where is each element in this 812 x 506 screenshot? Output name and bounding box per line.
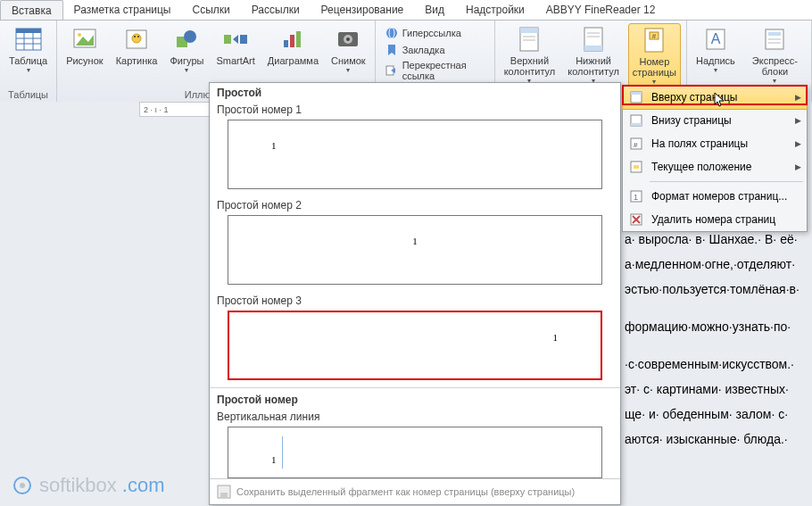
tab-mailings[interactable]: Рассылки xyxy=(241,0,311,20)
clipart-icon xyxy=(122,25,151,54)
submenu-top-of-page[interactable]: Вверху страницы ▶ xyxy=(622,85,808,110)
tab-review[interactable]: Рецензирование xyxy=(311,0,415,20)
table-icon xyxy=(14,25,43,54)
remove-pagenumbers-icon xyxy=(628,212,644,228)
chart-button[interactable]: Диаграмма xyxy=(264,23,322,88)
format-pagenumbers-icon: 1 xyxy=(628,188,644,204)
footer-icon xyxy=(579,25,608,54)
submenu-page-margins[interactable]: # На полях страницы ▶ xyxy=(623,132,807,155)
picture-icon xyxy=(70,25,99,54)
watermark: softikbox.com xyxy=(11,474,165,497)
svg-point-12 xyxy=(137,36,139,37)
pagenumber-submenu: Вверху страницы ▶ Внизу страницы ▶ # На … xyxy=(622,85,808,232)
smartart-icon xyxy=(221,25,250,54)
top-of-page-icon xyxy=(628,89,644,105)
submenu-remove-pagenumbers[interactable]: Удалить номера страниц xyxy=(623,208,807,231)
gallery-category-simple: Простой xyxy=(210,83,620,101)
submenu-format-pagenumbers[interactable]: 1 Формат номеров страниц... xyxy=(623,185,807,208)
pagenumber-icon: # xyxy=(640,26,668,54)
bookmark-icon xyxy=(385,43,399,57)
svg-rect-53 xyxy=(634,165,639,169)
gallery-option-3[interactable]: 1 xyxy=(228,311,602,380)
gallery-option-4[interactable]: 1 xyxy=(228,427,602,478)
svg-rect-47 xyxy=(631,92,642,95)
svg-rect-15 xyxy=(224,35,231,44)
svg-rect-49 xyxy=(631,123,642,126)
group-tables-label: Таблицы xyxy=(5,88,51,102)
svg-point-11 xyxy=(134,36,136,37)
gallery-option-2-label: Простой номер 2 xyxy=(210,196,620,213)
current-position-icon xyxy=(628,159,644,175)
svg-point-60 xyxy=(20,483,25,488)
svg-point-24 xyxy=(386,28,397,38)
svg-text:A: A xyxy=(711,31,721,46)
submenu-arrow-icon: ▶ xyxy=(795,93,801,102)
svg-text:#: # xyxy=(652,32,657,40)
crossref-icon xyxy=(385,63,399,78)
svg-rect-32 xyxy=(584,46,602,51)
watermark-logo-icon xyxy=(11,474,34,497)
textbox-icon: A xyxy=(701,25,730,54)
gallery-option-4-label: Вертикальная линия xyxy=(210,408,620,425)
clipart-button[interactable]: Картинка xyxy=(112,23,162,88)
pagenumber-gallery: Простой Простой номер 1 1 Простой номер … xyxy=(209,82,621,505)
tab-references[interactable]: Ссылки xyxy=(181,0,240,20)
screenshot-icon xyxy=(334,25,362,54)
tab-view[interactable]: Вид xyxy=(414,0,455,20)
svg-rect-1 xyxy=(16,29,41,33)
svg-rect-45 xyxy=(220,493,228,497)
shapes-icon xyxy=(172,25,201,54)
svg-rect-20 xyxy=(296,31,301,47)
gallery-option-3-label: Простой номер 3 xyxy=(210,292,620,309)
page-margins-icon: # xyxy=(628,136,644,152)
svg-rect-19 xyxy=(290,35,294,47)
svg-rect-41 xyxy=(768,32,781,36)
chevron-down-icon: ▾ xyxy=(27,66,30,74)
quickparts-icon xyxy=(760,25,789,54)
horizontal-ruler: 2 · ı · 1 xyxy=(139,102,211,117)
hyperlink-icon xyxy=(385,26,399,40)
gallery-option-2[interactable]: 1 xyxy=(228,215,602,285)
ribbon-tabs: Вставка Разметка страницы Ссылки Рассылк… xyxy=(0,0,812,21)
hyperlink-button[interactable]: Гиперссылка xyxy=(385,26,485,40)
svg-text:#: # xyxy=(634,141,638,149)
crossref-button[interactable]: Перекрестная ссылка xyxy=(385,60,485,81)
vertical-line-icon xyxy=(282,436,283,469)
tab-pagelayout[interactable]: Разметка страницы xyxy=(63,0,182,20)
header-icon xyxy=(515,25,543,54)
tab-insert[interactable]: Вставка xyxy=(0,0,63,20)
bottom-of-page-icon xyxy=(628,112,644,129)
svg-point-8 xyxy=(78,33,81,37)
table-label: Таблица xyxy=(9,55,47,66)
svg-rect-28 xyxy=(520,28,538,33)
smartart-button[interactable]: SmartArt xyxy=(212,23,258,88)
tab-addins[interactable]: Надстройки xyxy=(455,0,535,20)
table-button[interactable]: Таблица ▾ xyxy=(5,23,51,88)
gallery-category-simple2: Простой номер xyxy=(210,390,620,408)
tab-abbyy[interactable]: ABBYY FineReader 12 xyxy=(535,0,667,20)
bookmark-button[interactable]: Закладка xyxy=(385,43,485,57)
svg-marker-16 xyxy=(233,35,238,44)
picture-button[interactable]: Рисунок xyxy=(62,23,107,88)
svg-text:1: 1 xyxy=(634,193,638,202)
chart-icon xyxy=(278,25,307,54)
shapes-button[interactable]: Фигуры ▾ xyxy=(166,23,207,88)
document-text: а· выросла· в· Шанхае.· В· её· а·медленн… xyxy=(625,227,808,464)
svg-point-10 xyxy=(132,34,141,43)
screenshot-button[interactable]: Снимок ▾ xyxy=(327,23,369,88)
gallery-footer-save[interactable]: Сохранить выделенный фрагмент как номер … xyxy=(210,478,620,504)
svg-rect-17 xyxy=(240,35,247,44)
submenu-current-position[interactable]: Текущее положение ▶ xyxy=(623,155,807,178)
gallery-option-1-label: Простой номер 1 xyxy=(210,101,620,118)
svg-rect-18 xyxy=(284,40,288,47)
svg-point-14 xyxy=(184,30,196,43)
submenu-bottom-of-page[interactable]: Внизу страницы ▶ xyxy=(623,109,807,132)
save-selection-icon xyxy=(217,485,231,499)
svg-point-23 xyxy=(346,37,350,41)
gallery-option-1[interactable]: 1 xyxy=(228,120,602,189)
